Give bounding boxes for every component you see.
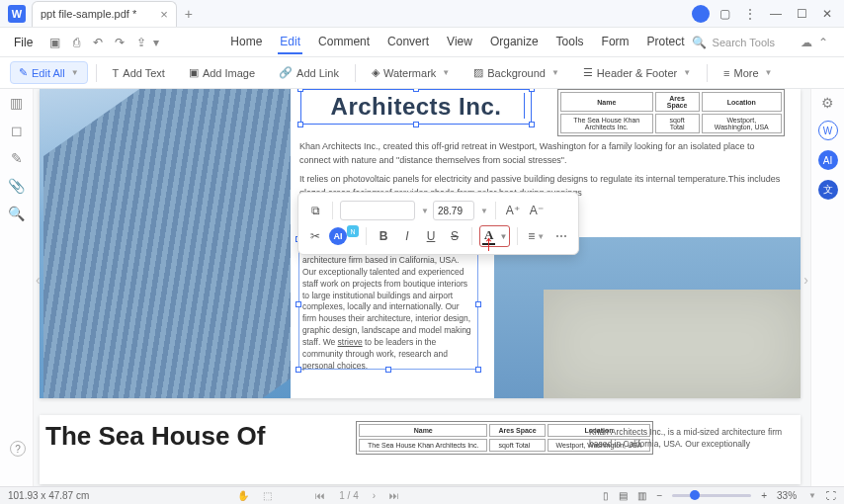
thumbnails-icon[interactable]: ▥ xyxy=(10,95,23,111)
background-button[interactable]: ▨ Background▼ xyxy=(465,62,567,83)
zoom-out-icon[interactable]: − xyxy=(656,490,662,501)
help-icon[interactable]: ? xyxy=(10,441,26,457)
tab-comment[interactable]: Comment xyxy=(316,31,372,54)
annotations-icon[interactable]: ✎ xyxy=(11,150,23,166)
cloud-icon[interactable]: ☁ xyxy=(801,36,812,49)
prev-page-edge[interactable]: ‹ xyxy=(36,272,41,288)
window-titlebar: W ppt file-sample.pdf * × + ▢ ⋮ — ☐ ✕ xyxy=(0,0,844,28)
share-icon[interactable]: ⇪ xyxy=(131,33,151,52)
document-canvas[interactable]: Architects Inc. NameAres SpaceLocation T… xyxy=(34,89,810,486)
title-text: Architects Inc. xyxy=(331,93,502,121)
select-tool-icon[interactable]: ⬚ xyxy=(263,490,272,501)
annotation-arrow: ↑ xyxy=(483,230,494,256)
font-size-input[interactable]: 28.79 xyxy=(433,201,474,220)
next-page-icon[interactable]: › xyxy=(373,490,376,501)
page-indicator[interactable]: 1 / 4 xyxy=(339,490,358,501)
maximize-button[interactable]: ☐ xyxy=(791,4,812,24)
tab-tools[interactable]: Tools xyxy=(554,31,586,54)
search-tools[interactable]: 🔍 Search Tools ☁ ⌃ xyxy=(692,36,838,49)
tab-home[interactable]: Home xyxy=(228,31,264,54)
text-cursor xyxy=(524,93,525,119)
zoom-slider[interactable] xyxy=(672,494,751,497)
decrease-font-icon[interactable]: A⁻ xyxy=(527,200,547,221)
underline-icon[interactable]: U xyxy=(421,225,441,247)
copy-icon[interactable]: ⧉ xyxy=(305,200,325,221)
single-page-view-icon[interactable]: ▯ xyxy=(603,490,609,501)
watermark-button[interactable]: ◈ Watermark▼ xyxy=(364,62,458,83)
building-photo-right xyxy=(494,237,801,398)
more-button[interactable]: ≡ More▼ xyxy=(716,63,780,83)
add-image-button[interactable]: ▣ Add Image xyxy=(181,62,263,83)
page2-heading: The Sea House Of xyxy=(45,423,266,449)
pdf-page-2: The Sea House Of NameAres SpaceLocation … xyxy=(40,415,801,484)
first-page-icon[interactable]: ⏮ xyxy=(315,490,325,501)
more-format-icon[interactable]: ⋯ xyxy=(551,225,571,247)
page2-body-text: Khan Architects Inc., is a mid-sized arc… xyxy=(589,427,787,451)
properties-icon[interactable]: ⚙ xyxy=(821,95,834,111)
add-text-button[interactable]: T Add Text xyxy=(105,63,173,83)
bold-icon[interactable]: B xyxy=(374,225,393,247)
tab-protect[interactable]: Protect xyxy=(645,31,687,54)
tab-edit[interactable]: Edit xyxy=(278,31,302,54)
header-footer-button[interactable]: ☰ Header & Footer▼ xyxy=(575,62,699,83)
document-tab[interactable]: ppt file-sample.pdf * × xyxy=(32,1,177,27)
bookmark-icon[interactable]: ◻ xyxy=(11,123,23,138)
tab-form[interactable]: Form xyxy=(600,31,632,54)
zoom-level[interactable]: 33% xyxy=(777,490,797,501)
cut-icon[interactable]: ✂ xyxy=(305,225,325,247)
tab-view[interactable]: View xyxy=(445,31,474,54)
status-bar: 101.93 x 47.87 cm ✋ ⬚ ⏮ 1 / 4 › ⏭ ▯ ▤ ▥ … xyxy=(0,486,844,504)
right-sidebar: ⚙ W AI 文 xyxy=(810,89,844,486)
edit-all-button[interactable]: ✎ Edit All▼ xyxy=(10,61,88,84)
two-page-view-icon[interactable]: ▥ xyxy=(637,490,646,501)
tab-organize[interactable]: Organize xyxy=(488,31,541,54)
italic-icon[interactable]: I xyxy=(397,225,417,247)
zoom-in-icon[interactable]: + xyxy=(761,490,767,501)
app-logo: W xyxy=(8,5,26,23)
search-icon: 🔍 xyxy=(692,36,707,49)
document-tab-label: ppt file-sample.pdf * xyxy=(41,8,136,20)
font-family-select[interactable] xyxy=(340,201,415,220)
title-text-box[interactable]: Architects Inc. xyxy=(300,89,532,125)
spec-table: NameAres SpaceLocation The Sea House Kha… xyxy=(557,89,785,136)
next-page-edge[interactable]: › xyxy=(803,272,808,288)
new-badge: N xyxy=(347,225,359,237)
save-icon[interactable]: ▣ xyxy=(44,33,64,52)
messages-icon[interactable]: ▢ xyxy=(714,4,735,24)
user-avatar[interactable] xyxy=(692,5,710,23)
file-menu[interactable]: File xyxy=(6,32,41,53)
collapse-ribbon-icon[interactable]: ⌃ xyxy=(818,36,828,49)
redo-icon[interactable]: ↷ xyxy=(110,33,129,52)
selected-text-box[interactable]: Khan Architects Inc., is a mid-sized arc… xyxy=(298,239,478,370)
continuous-view-icon[interactable]: ▤ xyxy=(619,490,628,501)
wondershare-badge-icon[interactable]: W xyxy=(818,121,838,140)
left-sidebar: ▥ ◻ ✎ 📎 🔍 xyxy=(0,89,34,486)
close-tab-icon[interactable]: × xyxy=(160,7,168,22)
translate-icon[interactable]: 文 xyxy=(818,180,838,200)
align-button[interactable]: ≡▼ xyxy=(525,225,548,247)
undo-icon[interactable]: ↶ xyxy=(88,33,108,52)
ai-badge-icon[interactable]: AI xyxy=(329,227,347,245)
minimize-button[interactable]: — xyxy=(765,4,787,24)
kebab-menu-icon[interactable]: ⋮ xyxy=(739,4,761,24)
search-panel-icon[interactable]: 🔍 xyxy=(8,206,25,221)
attachments-icon[interactable]: 📎 xyxy=(8,178,25,194)
fullscreen-icon[interactable]: ⛶ xyxy=(826,490,836,501)
edit-ribbon: ✎ Edit All▼ T Add Text ▣ Add Image 🔗 Add… xyxy=(0,57,844,89)
print-icon[interactable]: ⎙ xyxy=(66,33,86,52)
dimensions-readout: 101.93 x 47.87 cm xyxy=(8,490,89,501)
last-page-icon[interactable]: ⏭ xyxy=(389,490,399,501)
increase-font-icon[interactable]: A⁺ xyxy=(503,200,523,221)
close-window-button[interactable]: ✕ xyxy=(816,4,838,24)
hand-tool-icon[interactable]: ✋ xyxy=(237,490,249,501)
tab-convert[interactable]: Convert xyxy=(385,31,431,54)
building-photo-left xyxy=(40,89,291,398)
menu-bar: File ▣ ⎙ ↶ ↷ ⇪ ▾ Home Edit Comment Conve… xyxy=(0,28,844,57)
strikethrough-icon[interactable]: S xyxy=(445,225,464,247)
new-tab-button[interactable]: + xyxy=(185,6,193,22)
ai-assistant-icon[interactable]: AI xyxy=(818,150,838,170)
add-link-button[interactable]: 🔗 Add Link xyxy=(271,62,347,83)
text-format-toolbar: ⧉ ▼ 28.79 ▼ A⁺ A⁻ ✂ AI N B I U S A▼ xyxy=(297,192,579,255)
search-placeholder: Search Tools xyxy=(713,37,775,48)
